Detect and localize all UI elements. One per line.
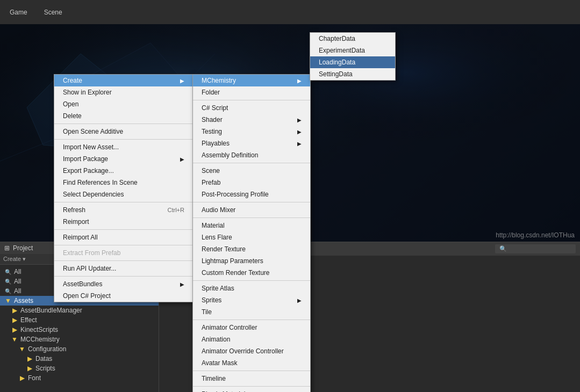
menu-item-playables[interactable]: Playables ▶: [193, 137, 310, 149]
separator-c4: [193, 217, 310, 218]
folder-icon-font: ▶: [18, 374, 26, 382]
watermark: http://blog.csdn.net/IOTHua: [496, 231, 575, 239]
menu-item-tile[interactable]: Tile: [193, 306, 310, 318]
menu-item-experiment-data[interactable]: ExperimentData: [310, 45, 395, 56]
separator-c7: [193, 371, 310, 371]
menu-item-extract-from-prefab: Extract From Prefab: [54, 247, 193, 259]
menu-item-run-api-updater[interactable]: Run API Updater...: [54, 263, 193, 274]
search-icon-2: 🔍: [4, 278, 12, 285]
menu-item-export-package[interactable]: Export Package...: [54, 165, 193, 177]
folder-icon-mc: ▼: [11, 336, 18, 343]
menu-item-shader[interactable]: Shader ▶: [193, 114, 310, 126]
menu-item-import-new-asset[interactable]: Import New Asset...: [54, 141, 193, 153]
folder-icon-assets: ▼: [4, 297, 12, 304]
separator-c6: [193, 320, 310, 320]
tree-label: Configuration: [28, 345, 66, 353]
submenu-arrow-playables: ▶: [297, 141, 302, 147]
menu-item-csharp-script[interactable]: C# Script: [193, 102, 310, 114]
menu-item-material[interactable]: Material: [193, 220, 310, 231]
project-icon: ⊞: [4, 244, 10, 252]
menu-item-import-package[interactable]: Import Package ▶: [54, 153, 193, 165]
submenu-arrow-mchemistry: ▶: [297, 78, 302, 84]
menu-item-reimport-all[interactable]: Reimport All: [54, 231, 193, 243]
tree-item-kinect-scripts[interactable]: ▶ KinectScripts: [0, 325, 159, 335]
menu-item-sprites[interactable]: Sprites ▶: [193, 294, 310, 306]
separator-1: [54, 124, 193, 124]
folder-icon-datas: ▶: [26, 355, 33, 362]
folder-icon-effect: ▶: [11, 316, 18, 324]
tree-item-datas[interactable]: ▶ Datas: [0, 354, 159, 364]
separator-c8: [193, 386, 310, 387]
tree-item-effect[interactable]: ▶ Effect: [0, 315, 159, 325]
menu-item-testing[interactable]: Testing ▶: [193, 126, 310, 137]
menu-item-scene[interactable]: Scene: [193, 165, 310, 177]
menu-item-mchemistry[interactable]: MChemistry ▶: [193, 75, 310, 86]
separator-c1: [193, 100, 310, 100]
menu-item-reimport[interactable]: Reimport: [54, 216, 193, 228]
menu-item-render-texture[interactable]: Render Texture: [193, 243, 310, 255]
submenu-arrow-testing: ▶: [297, 129, 302, 135]
menu-item-avatar-mask[interactable]: Avatar Mask: [193, 357, 310, 369]
menu-item-animator-override[interactable]: Animator Override Controller: [193, 345, 310, 357]
separator-2: [54, 139, 193, 140]
menu-item-find-references[interactable]: Find References In Scene: [54, 177, 193, 188]
context-menu-create: MChemistry ▶ Folder C# Script Shader ▶ T…: [192, 74, 311, 392]
menu-item-delete[interactable]: Delete: [54, 110, 193, 122]
menu-item-sprite-atlas[interactable]: Sprite Atlas: [193, 282, 310, 294]
menu-item-audio-mixer[interactable]: Audio Mixer: [193, 204, 310, 216]
tab-scene[interactable]: Scene: [40, 6, 67, 18]
menu-item-create[interactable]: Create ▶: [54, 75, 193, 86]
folder-icon-abm: ▶: [11, 307, 18, 314]
tree-item-configuration[interactable]: ▼ Configuration: [0, 344, 159, 354]
menu-item-select-dependencies[interactable]: Select Dependencies: [54, 188, 193, 200]
tab-game[interactable]: Game: [5, 6, 32, 18]
menu-item-post-processing[interactable]: Post-Processing Profile: [193, 188, 310, 200]
search-icon-3: 🔍: [4, 287, 12, 295]
separator-5: [54, 245, 193, 245]
tree-item-font[interactable]: ▶ Font: [0, 373, 159, 383]
tree-label: All: [14, 278, 21, 285]
create-button[interactable]: Create ▾: [3, 256, 26, 263]
tree-label: Font: [28, 374, 41, 382]
menu-item-assembly-definition[interactable]: Assembly Definition: [193, 149, 310, 161]
tree-label: KinectScripts: [20, 326, 58, 333]
menu-item-lens-flare[interactable]: Lens Flare: [193, 231, 310, 243]
separator-4: [54, 229, 193, 230]
menu-item-animation[interactable]: Animation: [193, 333, 310, 345]
tree-item-asset-bundle-manager[interactable]: ▶ AssetBundleManager: [0, 306, 159, 315]
tree-label: All: [14, 287, 21, 295]
context-menu-mchemistry: ChapterData ExperimentData LoadingData S…: [310, 32, 396, 81]
separator-c5: [193, 280, 310, 281]
tree-item-mcchemistry[interactable]: ▼ MCChemistry: [0, 335, 159, 344]
submenu-arrow-create: ▶: [180, 78, 184, 84]
menu-item-loading-data[interactable]: LoadingData: [310, 56, 395, 68]
menu-item-prefab[interactable]: Prefab: [193, 177, 310, 188]
menu-item-asset-bundles[interactable]: AssetBundles ▶: [54, 278, 193, 290]
search-icon-1: 🔍: [4, 268, 12, 275]
menu-item-open[interactable]: Open: [54, 98, 193, 110]
menu-item-custom-render-texture[interactable]: Custom Render Texture: [193, 267, 310, 279]
tree-item-scripts[interactable]: ▶ Scripts: [0, 364, 159, 373]
folder-icon-materials: ▶: [18, 384, 26, 385]
menu-item-open-csharp[interactable]: Open C# Project: [54, 290, 193, 302]
separator-6: [54, 260, 193, 261]
separator-7: [54, 276, 193, 277]
menu-item-refresh[interactable]: Refresh Ctrl+R: [54, 204, 193, 216]
menu-item-open-scene-additive[interactable]: Open Scene Additive: [54, 126, 193, 137]
menu-item-setting-data[interactable]: SettingData: [310, 68, 395, 80]
menu-item-lightmap-parameters[interactable]: Lightmap Parameters: [193, 255, 310, 267]
folder-icon-config: ▼: [18, 345, 26, 353]
right-panel-search[interactable]: 🔍: [495, 244, 576, 253]
top-bar: Game Scene: [0, 0, 580, 24]
menu-item-chapter-data[interactable]: ChapterData: [310, 33, 395, 45]
separator-c3: [193, 202, 310, 202]
menu-item-show-explorer[interactable]: Show in Explorer: [54, 86, 193, 98]
menu-item-timeline[interactable]: Timeline: [193, 373, 310, 384]
menu-item-physic-material[interactable]: Physic Material: [193, 388, 310, 392]
menu-item-animator-controller[interactable]: Animator Controller: [193, 322, 310, 333]
submenu-arrow-sprites: ▶: [297, 297, 302, 303]
tree-label: MCChemistry: [20, 336, 60, 343]
tree-item-materials[interactable]: ▶ Materials: [0, 383, 159, 385]
menu-item-folder[interactable]: Folder: [193, 86, 310, 98]
tree-label: Datas: [35, 355, 52, 362]
